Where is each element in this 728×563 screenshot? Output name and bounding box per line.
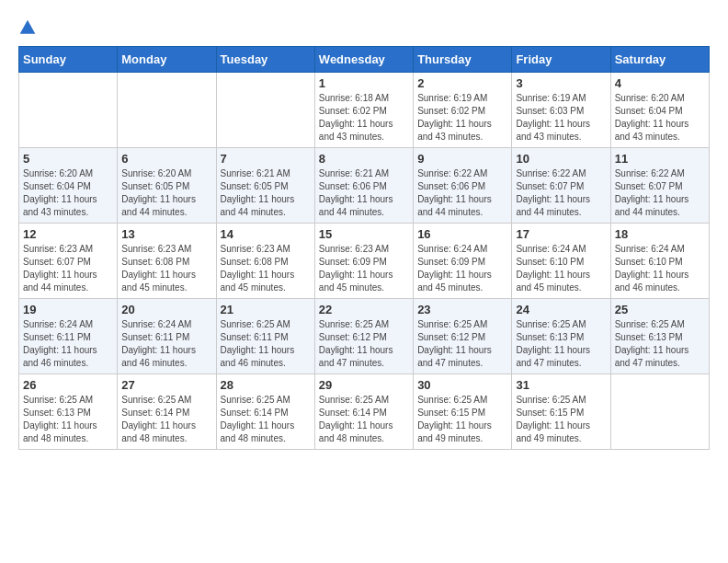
calendar-table: SundayMondayTuesdayWednesdayThursdayFrid… [18,46,710,450]
calendar-cell: 28Sunrise: 6:25 AM Sunset: 6:14 PM Dayli… [216,374,314,450]
day-number: 23 [417,303,507,316]
day-info: Sunrise: 6:21 AM Sunset: 6:05 PM Dayligh… [221,167,311,219]
calendar-cell: 12Sunrise: 6:23 AM Sunset: 6:07 PM Dayli… [19,224,118,299]
day-info: Sunrise: 6:25 AM Sunset: 6:13 PM Dayligh… [615,318,705,370]
calendar-cell: 29Sunrise: 6:25 AM Sunset: 6:14 PM Dayli… [314,374,413,450]
calendar-cell: 1Sunrise: 6:18 AM Sunset: 6:02 PM Daylig… [314,73,413,148]
day-info: Sunrise: 6:25 AM Sunset: 6:12 PM Dayligh… [319,318,409,370]
day-number: 27 [121,378,211,392]
calendar-cell: 6Sunrise: 6:20 AM Sunset: 6:05 PM Daylig… [118,148,216,224]
calendar-cell: 13Sunrise: 6:23 AM Sunset: 6:08 PM Dayli… [118,224,216,299]
calendar-cell: 2Sunrise: 6:19 AM Sunset: 6:02 PM Daylig… [414,73,512,148]
calendar-cell [216,73,314,148]
calendar-cell: 27Sunrise: 6:25 AM Sunset: 6:14 PM Dayli… [118,374,216,450]
day-number: 21 [221,303,311,316]
calendar-cell: 5Sunrise: 6:20 AM Sunset: 6:04 PM Daylig… [19,148,118,224]
day-number: 15 [319,227,409,241]
day-info: Sunrise: 6:19 AM Sunset: 6:03 PM Dayligh… [516,92,606,144]
calendar-cell: 19Sunrise: 6:24 AM Sunset: 6:11 PM Dayli… [19,299,118,374]
calendar-cell: 15Sunrise: 6:23 AM Sunset: 6:09 PM Dayli… [314,224,413,299]
day-number: 30 [417,378,507,392]
day-info: Sunrise: 6:24 AM Sunset: 6:11 PM Dayligh… [23,318,113,370]
calendar-cell: 8Sunrise: 6:21 AM Sunset: 6:06 PM Daylig… [314,148,413,224]
day-info: Sunrise: 6:19 AM Sunset: 6:02 PM Dayligh… [417,92,507,144]
day-info: Sunrise: 6:22 AM Sunset: 6:07 PM Dayligh… [516,167,606,219]
day-number: 20 [121,303,211,316]
day-number: 6 [121,152,211,166]
day-info: Sunrise: 6:23 AM Sunset: 6:08 PM Dayligh… [221,243,311,294]
calendar-cell: 16Sunrise: 6:24 AM Sunset: 6:09 PM Dayli… [414,224,512,299]
calendar-week-row: 26Sunrise: 6:25 AM Sunset: 6:13 PM Dayli… [19,374,710,450]
calendar-cell: 25Sunrise: 6:25 AM Sunset: 6:13 PM Dayli… [610,299,709,374]
calendar-cell: 11Sunrise: 6:22 AM Sunset: 6:07 PM Dayli… [610,148,709,224]
day-number: 8 [319,152,409,166]
day-number: 3 [516,76,606,90]
day-number: 18 [615,227,705,241]
day-info: Sunrise: 6:20 AM Sunset: 6:04 PM Dayligh… [23,167,113,219]
day-number: 24 [516,303,606,316]
calendar-cell: 26Sunrise: 6:25 AM Sunset: 6:13 PM Dayli… [19,374,118,450]
weekday-header-wednesday: Wednesday [314,47,413,73]
calendar-cell: 14Sunrise: 6:23 AM Sunset: 6:08 PM Dayli… [216,224,314,299]
day-info: Sunrise: 6:23 AM Sunset: 6:09 PM Dayligh… [319,243,409,294]
day-info: Sunrise: 6:22 AM Sunset: 6:06 PM Dayligh… [417,167,507,219]
day-info: Sunrise: 6:24 AM Sunset: 6:10 PM Dayligh… [516,243,606,294]
day-info: Sunrise: 6:24 AM Sunset: 6:10 PM Dayligh… [615,243,705,294]
day-info: Sunrise: 6:25 AM Sunset: 6:12 PM Dayligh… [417,318,507,370]
day-number: 29 [319,378,409,392]
calendar-cell: 18Sunrise: 6:24 AM Sunset: 6:10 PM Dayli… [610,224,709,299]
day-info: Sunrise: 6:25 AM Sunset: 6:11 PM Dayligh… [221,318,311,370]
day-number: 12 [23,227,113,241]
svg-marker-0 [20,20,36,34]
calendar-week-row: 19Sunrise: 6:24 AM Sunset: 6:11 PM Dayli… [19,299,710,374]
day-info: Sunrise: 6:18 AM Sunset: 6:02 PM Dayligh… [319,92,409,144]
day-info: Sunrise: 6:25 AM Sunset: 6:14 PM Dayligh… [319,394,409,445]
calendar-cell: 10Sunrise: 6:22 AM Sunset: 6:07 PM Dayli… [512,148,610,224]
calendar-cell: 31Sunrise: 6:25 AM Sunset: 6:15 PM Dayli… [512,374,610,450]
calendar-cell [118,73,216,148]
day-info: Sunrise: 6:25 AM Sunset: 6:13 PM Dayligh… [516,318,606,370]
day-number: 1 [319,76,409,90]
calendar-cell: 30Sunrise: 6:25 AM Sunset: 6:15 PM Dayli… [414,374,512,450]
day-number: 16 [417,227,507,241]
calendar-cell: 23Sunrise: 6:25 AM Sunset: 6:12 PM Dayli… [414,299,512,374]
calendar-cell: 7Sunrise: 6:21 AM Sunset: 6:05 PM Daylig… [216,148,314,224]
logo-icon [18,18,37,37]
day-number: 19 [23,303,113,316]
day-number: 28 [221,378,311,392]
calendar-cell [610,374,709,450]
weekday-header-friday: Friday [512,47,610,73]
day-info: Sunrise: 6:25 AM Sunset: 6:13 PM Dayligh… [23,394,113,445]
day-number: 4 [615,76,705,90]
day-info: Sunrise: 6:21 AM Sunset: 6:06 PM Dayligh… [319,167,409,219]
day-info: Sunrise: 6:25 AM Sunset: 6:15 PM Dayligh… [417,394,507,445]
day-info: Sunrise: 6:20 AM Sunset: 6:05 PM Dayligh… [121,167,211,219]
weekday-header-tuesday: Tuesday [216,47,314,73]
day-info: Sunrise: 6:23 AM Sunset: 6:08 PM Dayligh… [121,243,211,294]
weekday-header-sunday: Sunday [19,47,118,73]
page-header [18,18,710,37]
calendar-cell: 20Sunrise: 6:24 AM Sunset: 6:11 PM Dayli… [118,299,216,374]
day-info: Sunrise: 6:23 AM Sunset: 6:07 PM Dayligh… [23,243,113,294]
calendar-cell: 9Sunrise: 6:22 AM Sunset: 6:06 PM Daylig… [414,148,512,224]
calendar-cell [19,73,118,148]
day-info: Sunrise: 6:22 AM Sunset: 6:07 PM Dayligh… [615,167,705,219]
day-info: Sunrise: 6:20 AM Sunset: 6:04 PM Dayligh… [615,92,705,144]
day-number: 22 [319,303,409,316]
day-number: 13 [121,227,211,241]
day-number: 2 [417,76,507,90]
day-info: Sunrise: 6:24 AM Sunset: 6:09 PM Dayligh… [417,243,507,294]
calendar-cell: 4Sunrise: 6:20 AM Sunset: 6:04 PM Daylig… [610,73,709,148]
day-number: 9 [417,152,507,166]
day-number: 7 [221,152,311,166]
calendar-cell: 24Sunrise: 6:25 AM Sunset: 6:13 PM Dayli… [512,299,610,374]
day-info: Sunrise: 6:25 AM Sunset: 6:14 PM Dayligh… [221,394,311,445]
day-number: 25 [615,303,705,316]
day-number: 31 [516,378,606,392]
logo [18,18,40,37]
calendar-week-row: 5Sunrise: 6:20 AM Sunset: 6:04 PM Daylig… [19,148,710,224]
calendar-week-row: 12Sunrise: 6:23 AM Sunset: 6:07 PM Dayli… [19,224,710,299]
day-number: 10 [516,152,606,166]
calendar-header-row: SundayMondayTuesdayWednesdayThursdayFrid… [19,47,710,73]
weekday-header-saturday: Saturday [610,47,709,73]
